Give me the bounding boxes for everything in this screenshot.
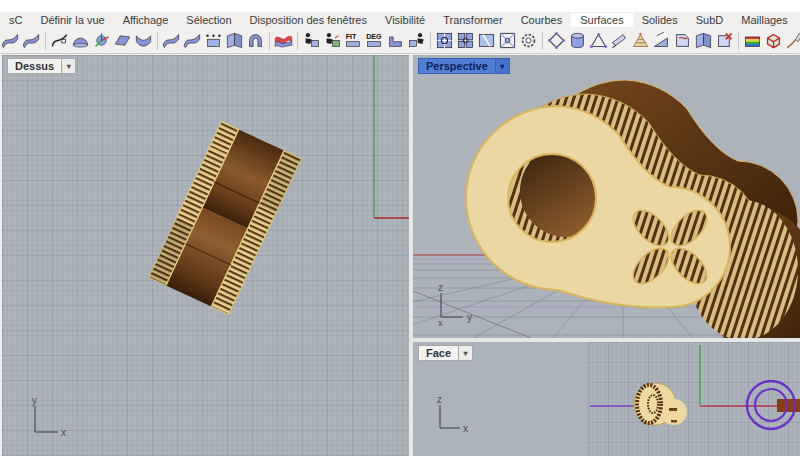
viewport-tab-dessus-label[interactable]: Dessus xyxy=(7,58,61,74)
perspective-grid-edge-line xyxy=(413,291,531,338)
menu-item-solides[interactable]: Solides xyxy=(633,13,687,27)
analyze-rainbow-icon[interactable] xyxy=(742,30,763,51)
toolbar-separator xyxy=(157,32,158,50)
planar-surface-icon[interactable] xyxy=(112,30,133,51)
pleat-pages-icon[interactable] xyxy=(693,30,714,51)
toolbar-separator xyxy=(297,32,298,50)
toolbar-separator xyxy=(430,32,431,50)
menu-item-affichage[interactable]: Affichage xyxy=(114,13,178,27)
viewport-tab-face-label[interactable]: Face xyxy=(418,345,458,361)
viewport-tab-dessus-dropdown-icon[interactable]: ▾ xyxy=(61,58,76,74)
perspective-canvas: z y x xyxy=(413,55,800,338)
face-brown-profile-bar[interactable] xyxy=(777,399,800,412)
toolbar-separator xyxy=(738,32,739,50)
toolbar-separator xyxy=(269,32,270,50)
extrude-arch-icon[interactable] xyxy=(245,30,266,51)
dessus-axis-indicator xyxy=(35,406,58,432)
perspective-axis-z-label: z xyxy=(438,282,443,293)
merge-surfaces-icon[interactable] xyxy=(455,30,476,51)
svg-text:DEG: DEG xyxy=(366,33,382,41)
window-title-strip xyxy=(0,0,800,12)
drape-cake-icon[interactable] xyxy=(630,30,651,51)
viewport-face[interactable]: z x Face ▾ xyxy=(413,342,800,456)
face-model-ring-front-view[interactable] xyxy=(634,383,687,425)
loft-icon[interactable] xyxy=(161,30,182,51)
offset-surface-icon[interactable] xyxy=(224,30,245,51)
face-axis-x-label: x xyxy=(463,423,468,434)
menu-item-selection[interactable]: Sélection xyxy=(177,13,240,27)
boolean-red-box-icon[interactable] xyxy=(763,30,784,51)
patch-surface-icon[interactable] xyxy=(70,30,91,51)
curve-from-2-views-icon[interactable] xyxy=(49,30,70,51)
viewport-tab-perspective-dropdown-icon[interactable]: ▾ xyxy=(495,58,510,74)
toolbar-separator xyxy=(542,32,543,50)
drape-gumball-icon[interactable] xyxy=(91,30,112,51)
menu-item-maillages[interactable]: Maillages xyxy=(732,13,796,27)
toolbar-separator xyxy=(45,32,46,50)
perspective-axis-indicator xyxy=(441,293,463,317)
dessus-model-ring-top-view[interactable] xyxy=(149,121,301,314)
trim-knife-icon[interactable] xyxy=(609,30,630,51)
stamp-ramp-icon[interactable] xyxy=(651,30,672,51)
perspective-axis-y-label: y xyxy=(467,312,472,323)
match-person-icon[interactable] xyxy=(406,30,427,51)
dessus-axis-x-label: x xyxy=(61,427,66,438)
menu-item-surfaces[interactable]: Surfaces xyxy=(571,13,632,27)
match-target-icon[interactable] xyxy=(497,30,518,51)
rebuild-points-icon[interactable] xyxy=(588,30,609,51)
rail-revolve-person-icon[interactable] xyxy=(301,30,322,51)
svg-text:FIT: FIT xyxy=(346,33,357,41)
menu-bar: sCDéfinir la vueAffichageSélectionDispos… xyxy=(0,12,800,28)
symmetry-window-icon[interactable] xyxy=(476,30,497,51)
cage-diamond-icon[interactable] xyxy=(546,30,567,51)
dessus-axis-y-label: y xyxy=(32,395,37,406)
face-axis-z-label: z xyxy=(437,394,442,405)
change-degree-icon[interactable]: DEG xyxy=(364,30,385,51)
face-axis-indicator xyxy=(440,405,460,428)
perspective-model-ring[interactable] xyxy=(466,80,800,338)
viewport-perspective[interactable]: z y x Perspective ▾ xyxy=(413,55,800,338)
surface-corner-points-icon[interactable] xyxy=(0,30,21,51)
menu-item-transformer[interactable]: Transformer xyxy=(434,13,512,27)
flip-direction-icon[interactable] xyxy=(672,30,693,51)
revolve-ribbon-icon[interactable] xyxy=(273,30,294,51)
surface-from-network-icon[interactable] xyxy=(133,30,154,51)
viewport-tab-dessus[interactable]: Dessus ▾ xyxy=(7,58,76,74)
menu-item-subd[interactable]: SubD xyxy=(687,13,733,27)
menu-item-courbes[interactable]: Courbes xyxy=(512,13,572,27)
paintbrush-icon[interactable] xyxy=(784,30,800,51)
connect-surfaces-icon[interactable] xyxy=(434,30,455,51)
dessus-canvas: y x xyxy=(2,55,409,456)
viewport-tab-perspective-label[interactable]: Perspective xyxy=(418,58,495,74)
viewport-tab-face-dropdown-icon[interactable]: ▾ xyxy=(458,345,473,361)
fit-surface-icon[interactable]: FIT xyxy=(343,30,364,51)
heightfield-icon[interactable] xyxy=(203,30,224,51)
surface-edge-curves-icon[interactable] xyxy=(21,30,42,51)
sweep-one-rail-icon[interactable] xyxy=(182,30,203,51)
sweep-person-icon[interactable] xyxy=(322,30,343,51)
extend-surface-icon[interactable] xyxy=(385,30,406,51)
unroll-gear-icon[interactable] xyxy=(518,30,539,51)
perspective-axis-x-label: x xyxy=(438,318,443,328)
viewport-tab-perspective[interactable]: Perspective ▾ xyxy=(418,58,510,74)
viewport-tab-face[interactable]: Face ▾ xyxy=(418,345,473,361)
menu-item-definir-la-vue[interactable]: Définir la vue xyxy=(31,13,113,27)
delete-surface-icon[interactable] xyxy=(714,30,735,51)
toolbar: FITDEG xyxy=(0,28,800,54)
menu-item-disposition-des-fenetres[interactable]: Disposition des fenêtres xyxy=(241,13,376,27)
viewport-dessus[interactable]: y x Dessus ▾ xyxy=(2,55,409,456)
cylinder-solid-icon[interactable] xyxy=(567,30,588,51)
menu-item-visibilite[interactable]: Visibilité xyxy=(376,13,434,27)
menu-item-sc[interactable]: sC xyxy=(0,13,31,27)
